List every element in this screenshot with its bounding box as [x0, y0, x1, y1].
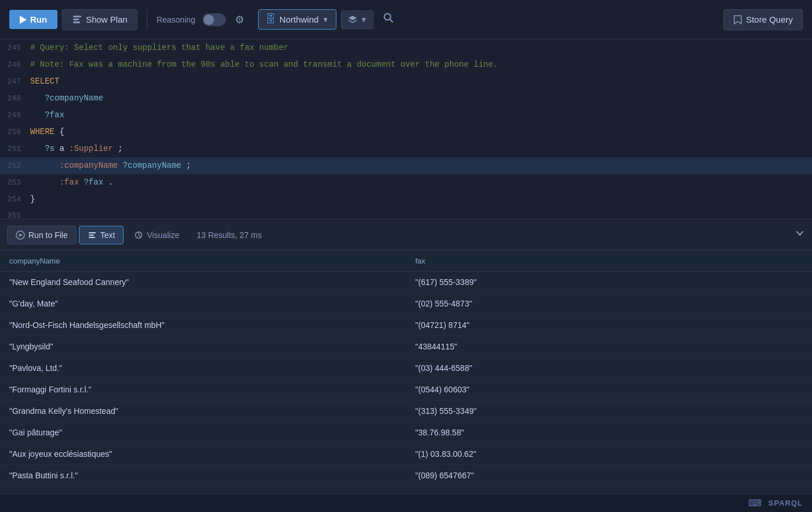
- svg-line-4: [390, 20, 393, 23]
- table-row[interactable]: "Pavlova, Ltd.""(03) 444-6588": [0, 358, 812, 379]
- line-number: 245: [0, 40, 30, 56]
- cell-company: "Aux joyeux ecclésiastiques": [0, 444, 406, 465]
- database-name: Northwind: [280, 15, 319, 24]
- show-plan-icon: [72, 15, 82, 25]
- line-content: SELECT: [30, 73, 59, 89]
- show-plan-button[interactable]: Show Plan: [62, 9, 137, 30]
- cell-company: "Lyngbysild": [0, 336, 406, 358]
- visualize-icon: [134, 230, 143, 240]
- svg-marker-6: [19, 233, 23, 237]
- store-query-button[interactable]: Store Query: [723, 9, 803, 30]
- table-row[interactable]: "Grandma Kelly's Homestead""(313) 555-33…: [0, 401, 812, 422]
- results-table-wrapper[interactable]: companyName fax "New England Seafood Can…: [0, 251, 812, 493]
- code-line: 254}: [0, 191, 812, 208]
- expand-button[interactable]: [795, 228, 805, 241]
- code-predicate: :companyName: [59, 161, 118, 170]
- toolbar-divider: [147, 9, 147, 30]
- reasoning-toggle[interactable]: [202, 13, 226, 26]
- code-predicate: :fax: [59, 178, 79, 187]
- search-button[interactable]: [378, 10, 399, 29]
- table-row[interactable]: "Aux joyeux ecclésiastiques""(1) 03.83.0…: [0, 444, 812, 465]
- settings-button[interactable]: ⚙: [230, 11, 249, 28]
- run-button[interactable]: Run: [9, 10, 57, 29]
- play-icon: [20, 16, 27, 24]
- table-row[interactable]: "Formaggi Fortini s.r.l.""(0544) 60603": [0, 379, 812, 401]
- line-number: 248: [0, 91, 30, 107]
- line-content: ?companyName: [30, 90, 103, 106]
- code-text: {: [55, 127, 64, 136]
- text-view-button[interactable]: Text: [79, 226, 124, 244]
- svg-rect-2: [73, 21, 80, 23]
- line-content: WHERE {: [30, 124, 64, 140]
- run-to-file-label: Run to File: [28, 230, 68, 240]
- bookmark-icon: [733, 15, 742, 25]
- line-number: 253: [0, 175, 30, 191]
- visualize-label: Visualize: [147, 230, 179, 240]
- code-keyword: WHERE: [30, 127, 55, 136]
- code-predicate: :Supplier: [69, 144, 113, 153]
- results-toolbar: Run to File Text Visualize 13 Results, 2…: [0, 219, 812, 251]
- code-comment: # Query: Select only suppliers that have…: [30, 43, 288, 52]
- line-content: ?fax: [30, 107, 64, 123]
- results-count: 13 Results, 27 ms: [197, 230, 262, 240]
- run-to-file-button[interactable]: Run to File: [7, 226, 77, 244]
- cell-company: "Nord-Ost-Fisch Handelsgesellschaft mbH": [0, 315, 406, 336]
- code-line: 255: [0, 208, 812, 219]
- table-header-row: companyName fax: [0, 251, 812, 272]
- code-editor[interactable]: 245# Query: Select only suppliers that h…: [0, 39, 812, 219]
- cell-company: "G'day, Mate": [0, 293, 406, 315]
- code-text: [118, 161, 122, 170]
- results-table: companyName fax "New England Seafood Can…: [0, 251, 812, 493]
- code-text: [30, 144, 45, 153]
- chevron-down-icon: ▼: [322, 16, 329, 24]
- code-line: 248 ?companyName: [0, 90, 812, 107]
- cell-company: "New England Seafood Cannery": [0, 272, 406, 293]
- cell-company: "Gai pâturage": [0, 422, 406, 444]
- line-content: :fax ?fax .: [30, 174, 113, 190]
- code-text: a: [55, 144, 69, 153]
- visualize-button[interactable]: Visualize: [126, 226, 187, 244]
- table-row[interactable]: "New England Seafood Cannery""(617) 555-…: [0, 272, 812, 293]
- layers-button[interactable]: ▼: [341, 10, 374, 29]
- code-comment: # Note: Fax was a machine from the 90s a…: [30, 60, 498, 69]
- line-number: 254: [0, 192, 30, 208]
- code-text: ;: [113, 144, 123, 153]
- reasoning-label: Reasoning: [157, 15, 195, 24]
- cell-fax: "43844115": [406, 336, 812, 358]
- table-row[interactable]: "Gai pâturage""38.76.98.58": [0, 422, 812, 444]
- code-variable: ?companyName: [45, 93, 103, 103]
- database-selector[interactable]: 🗄 Northwind ▼: [258, 9, 336, 30]
- line-content: ?s a :Supplier ;: [30, 140, 123, 157]
- cell-fax: "(617) 555-3389": [406, 272, 812, 293]
- cell-fax: "(12345) 1210": [406, 486, 812, 494]
- chevron-down-icon: [795, 228, 805, 239]
- line-number: 249: [0, 107, 30, 124]
- table-row[interactable]: "Nord-Ost-Fisch Handelsgesellschaft mbH"…: [0, 315, 812, 336]
- status-bar: ⌨ SPARQL: [0, 493, 812, 512]
- table-row[interactable]: "Pasta Buttini s.r.l.""(089) 6547667": [0, 465, 812, 486]
- code-variable: ?s: [45, 144, 55, 153]
- layers-icon: [347, 15, 358, 25]
- code-text: [45, 178, 59, 187]
- code-text: [45, 161, 59, 170]
- code-line: 247SELECT: [0, 73, 812, 90]
- keyboard-icon: ⌨: [748, 497, 762, 509]
- table-row[interactable]: "Lyngbysild""43844115": [0, 336, 812, 358]
- cell-fax: "(04721) 8714": [406, 315, 812, 336]
- column-header-company: companyName: [0, 251, 406, 272]
- cell-fax: "(1) 03.83.00.62": [406, 444, 812, 465]
- cell-company: "Pavlova, Ltd.": [0, 358, 406, 379]
- line-number: 250: [0, 124, 30, 140]
- code-text: }: [30, 194, 35, 204]
- code-line: 246# Note: Fax was a machine from the 90…: [0, 56, 812, 73]
- table-row[interactable]: "Zaanse Snoepfabriek""(12345) 1210": [0, 486, 812, 494]
- cell-fax: "(02) 555-4873": [406, 293, 812, 315]
- layers-chevron-icon: ▼: [360, 16, 367, 24]
- text-view-label: Text: [100, 230, 115, 240]
- table-row[interactable]: "G'day, Mate""(02) 555-4873": [0, 293, 812, 315]
- cell-fax: "(03) 444-6588": [406, 358, 812, 379]
- line-number: 246: [0, 57, 30, 73]
- column-header-fax: fax: [406, 251, 812, 272]
- toolbar: Run Show Plan Reasoning ⚙ 🗄 Northwind ▼ …: [0, 0, 812, 39]
- code-text: ;: [182, 161, 191, 170]
